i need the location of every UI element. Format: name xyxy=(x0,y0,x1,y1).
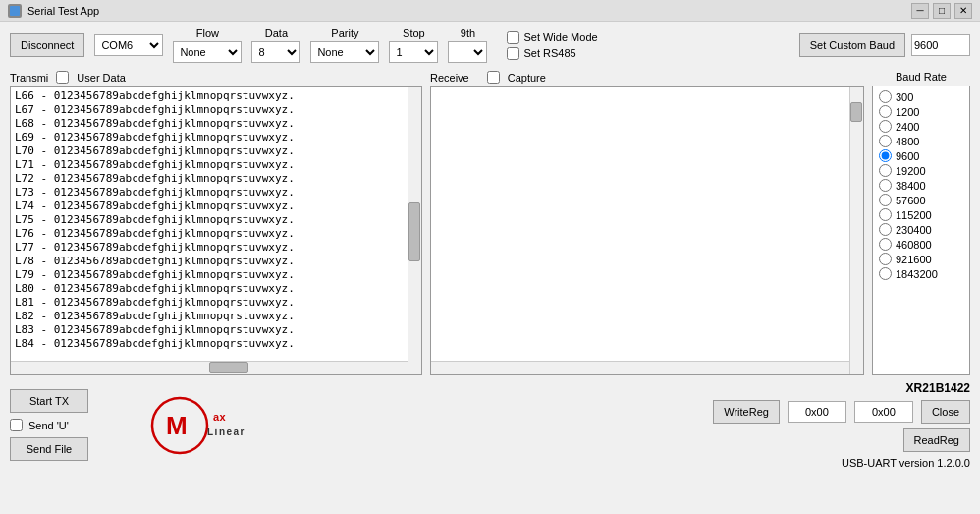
parity-select[interactable]: None Even Odd Mark Space xyxy=(310,41,379,63)
transmit-title: Transmi xyxy=(10,72,48,84)
com-port-select[interactable]: COM6 COM1 COM2 COM3 xyxy=(94,34,163,56)
disconnect-button[interactable]: Disconnect xyxy=(10,33,84,57)
rs485-checkbox[interactable] xyxy=(507,47,519,60)
transmit-line-4: L70 - 0123456789abcdefghijklmnopqrstuvwx… xyxy=(15,144,408,158)
svg-text:Linear: Linear xyxy=(207,427,245,437)
custom-baud-input[interactable]: 9600 xyxy=(911,34,970,56)
baud-label-19200: 19200 xyxy=(896,165,926,177)
baud-radio-1843200[interactable] xyxy=(879,267,892,280)
logo-area: M ax Linear xyxy=(137,391,265,460)
transmit-line-1: L67 - 0123456789abcdefghijklmnopqrstuvwx… xyxy=(15,103,408,117)
transmit-text-inner: L66 - 0123456789abcdefghijklmnopqrstuvwx… xyxy=(11,87,421,374)
read-reg-button[interactable]: ReadReg xyxy=(903,428,970,452)
receive-area[interactable] xyxy=(430,86,864,375)
baud-label-921600: 921600 xyxy=(896,254,932,265)
baud-rate-460800: 460800 xyxy=(879,238,963,251)
baud-rates-box: 300 1200 2400 4800 9600 xyxy=(872,86,970,375)
baud-label-2400: 2400 xyxy=(896,121,919,133)
baud-radio-57600[interactable] xyxy=(879,194,892,206)
window-title: Serial Test App xyxy=(27,5,99,17)
start-tx-button[interactable]: Start TX xyxy=(10,389,88,413)
baud-label-1200: 1200 xyxy=(896,106,919,118)
transmit-line-7: L73 - 0123456789abcdefghijklmnopqrstuvwx… xyxy=(15,186,408,200)
transmit-area[interactable]: L66 - 0123456789abcdefghijklmnopqrstuvwx… xyxy=(10,86,422,375)
baud-rate-57600: 57600 xyxy=(879,194,963,206)
flow-group: Flow None Hardware Software xyxy=(173,28,242,63)
transmit-line-13: L79 - 0123456789abcdefghijklmnopqrstuvwx… xyxy=(15,268,408,282)
tx-buttons: Start TX Send 'U' Send File xyxy=(10,389,88,461)
version-row: USB-UART version 1.2.0.0 xyxy=(842,457,970,469)
baud-label-38400: 38400 xyxy=(896,180,926,192)
user-data-label: User Data xyxy=(77,72,126,84)
capture-checkbox[interactable] xyxy=(487,71,500,84)
window-controls: ─ □ ✕ xyxy=(911,3,972,19)
send-file-button[interactable]: Send File xyxy=(10,437,88,461)
stop-group: Stop 1 1.5 2 xyxy=(389,28,438,63)
baud-radio-9600[interactable] xyxy=(879,149,892,162)
baud-rate-title: Baud Rate xyxy=(872,71,970,83)
baud-radio-115200[interactable] xyxy=(879,208,892,221)
stop-label: Stop xyxy=(403,28,425,39)
transmit-line-14: L80 - 0123456789abcdefghijklmnopqrstuvwx… xyxy=(15,282,408,296)
wide-mode-label: Set Wide Mode xyxy=(523,31,597,43)
read-reg-row: ReadReg xyxy=(903,428,970,452)
minimize-button[interactable]: ─ xyxy=(911,3,929,19)
baud-radio-1200[interactable] xyxy=(879,105,892,118)
user-data-checkbox[interactable] xyxy=(56,71,69,84)
baud-radio-300[interactable] xyxy=(879,90,892,103)
transmit-line-11: L77 - 0123456789abcdefghijklmnopqrstuvwx… xyxy=(15,241,408,255)
receive-header: Receive Capture xyxy=(430,71,864,84)
baud-radio-19200[interactable] xyxy=(879,164,892,177)
receive-scrollbar-h[interactable] xyxy=(431,361,849,374)
baud-radio-2400[interactable] xyxy=(879,120,892,133)
right-checkboxes: Set Wide Mode Set RS485 xyxy=(507,31,597,60)
svg-text:ax: ax xyxy=(213,411,227,423)
main-content: Disconnect COM6 COM1 COM2 COM3 Flow None… xyxy=(0,22,980,475)
baud-rate-1200: 1200 xyxy=(879,105,963,118)
rs485-row: Set RS485 xyxy=(507,47,597,60)
baud-label-9600: 9600 xyxy=(896,150,919,162)
baud-rate-1843200: 1843200 xyxy=(879,267,963,280)
baud-radio-460800[interactable] xyxy=(879,238,892,251)
reg2-input[interactable] xyxy=(854,401,913,423)
transmit-line-10: L76 - 0123456789abcdefghijklmnopqrstuvwx… xyxy=(15,227,408,241)
top-controls-row: Disconnect COM6 COM1 COM2 COM3 Flow None… xyxy=(10,28,970,63)
flow-label: Flow xyxy=(196,28,219,39)
svg-text:M: M xyxy=(166,411,188,440)
receive-scroll-thumb-v[interactable] xyxy=(850,102,862,122)
reg1-input[interactable] xyxy=(788,401,846,423)
transmit-scrollbar-v[interactable] xyxy=(408,87,421,374)
baud-radio-38400[interactable] xyxy=(879,179,892,192)
transmit-line-18: L84 - 0123456789abcdefghijklmnopqrstuvwx… xyxy=(15,337,408,351)
send-u-checkbox[interactable] xyxy=(10,419,23,431)
baud-rate-4800: 4800 xyxy=(879,135,963,147)
transmit-scroll-thumb-v[interactable] xyxy=(408,202,420,261)
set-custom-baud-button[interactable]: Set Custom Baud xyxy=(799,33,905,57)
baud-radio-921600[interactable] xyxy=(879,253,892,265)
ninth-select[interactable] xyxy=(448,41,487,63)
baud-radio-4800[interactable] xyxy=(879,135,892,147)
transmit-scrollbar-h[interactable] xyxy=(11,361,408,374)
transmit-line-6: L72 - 0123456789abcdefghijklmnopqrstuvwx… xyxy=(15,172,408,186)
baud-rate-2400: 2400 xyxy=(879,120,963,133)
write-reg-button[interactable]: WriteReg xyxy=(713,400,780,424)
receive-scrollbar-v[interactable] xyxy=(849,87,863,374)
baud-rate-38400: 38400 xyxy=(879,179,963,192)
maximize-button[interactable]: □ xyxy=(933,3,951,19)
baud-rate-115200: 115200 xyxy=(879,208,963,221)
baud-radio-230400[interactable] xyxy=(879,223,892,236)
flow-select[interactable]: None Hardware Software xyxy=(173,41,242,63)
baud-label-300: 300 xyxy=(896,91,913,103)
custom-baud-group: Set Custom Baud 9600 xyxy=(799,33,970,57)
data-select[interactable]: 8 7 6 5 xyxy=(251,41,300,63)
close-button-bottom[interactable]: Close xyxy=(921,400,970,424)
baud-label-4800: 4800 xyxy=(896,136,919,147)
close-button[interactable]: ✕ xyxy=(954,3,972,19)
stop-select[interactable]: 1 1.5 2 xyxy=(389,41,438,63)
transmit-scroll-thumb-h[interactable] xyxy=(209,362,248,373)
transmit-line-5: L71 - 0123456789abcdefghijklmnopqrstuvwx… xyxy=(15,158,408,172)
wide-mode-checkbox[interactable] xyxy=(507,31,519,44)
baud-label-460800: 460800 xyxy=(896,239,932,251)
parity-group: Parity None Even Odd Mark Space xyxy=(310,28,379,63)
transmit-line-3: L69 - 0123456789abcdefghijklmnopqrstuvwx… xyxy=(15,131,408,144)
